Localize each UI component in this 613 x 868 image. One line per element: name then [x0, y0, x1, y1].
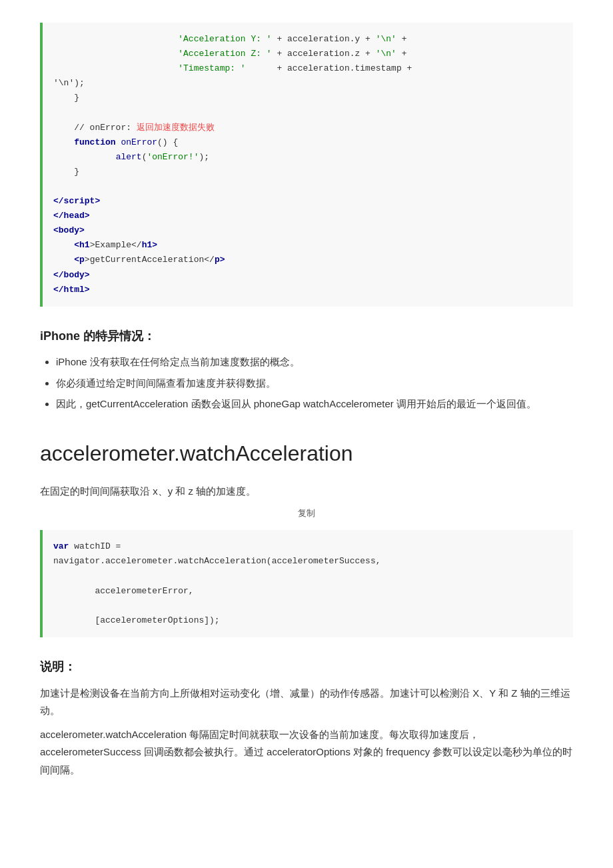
watch-code-block: var watchID = navigator.accelerometer.wa… — [40, 530, 573, 637]
copy-label[interactable]: 复制 — [40, 507, 573, 521]
watch-heading: accelerometer.watchAcceleration — [40, 437, 573, 471]
description-paragraph: accelerometer.watchAcceleration 每隔固定时间就获… — [40, 726, 573, 779]
list-item: 你必须通过给定时间间隔查看加速度并获得数据。 — [56, 375, 573, 392]
list-item: iPhone 没有获取在任何给定点当前加速度数据的概念。 — [56, 353, 573, 371]
description-heading: 说明： — [40, 657, 573, 677]
watch-section: accelerometer.watchAcceleration 在固定的时间间隔… — [40, 437, 573, 637]
iphone-heading: iPhone 的特异情况： — [40, 327, 573, 346]
description-section: 说明： 加速计是检测设备在当前方向上所做相对运动变化（增、减量）的动作传感器。加… — [40, 657, 573, 779]
list-item: 因此，getCurrentAcceleration 函数会返回从 phoneGa… — [56, 395, 573, 413]
iphone-list: iPhone 没有获取在任何给定点当前加速度数据的概念。你必须通过给定时间间隔查… — [56, 353, 573, 413]
top-code-section: 'Acceleration Y: ' + acceleration.y + '\… — [40, 23, 573, 307]
description-paragraph: 加速计是检测设备在当前方向上所做相对运动变化（增、减量）的动作传感器。加速计可以… — [40, 685, 573, 720]
watch-description: 在固定的时间间隔获取沿 x、y 和 z 轴的加速度。 — [40, 483, 573, 500]
top-code-block: 'Acceleration Y: ' + acceleration.y + '\… — [40, 23, 573, 307]
iphone-section: iPhone 的特异情况： iPhone 没有获取在任何给定点当前加速度数据的概… — [40, 327, 573, 413]
